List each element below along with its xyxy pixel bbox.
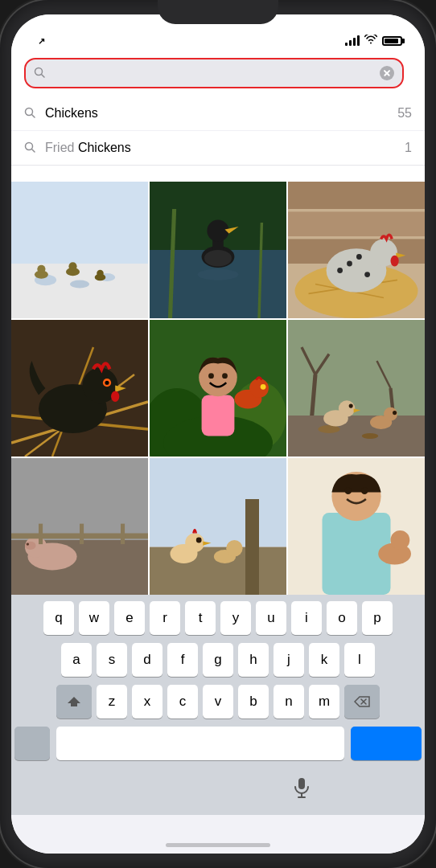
svg-point-94 [226, 540, 242, 556]
svg-rect-89 [245, 499, 259, 595]
key-h[interactable]: h [238, 643, 269, 677]
photo-cell-4[interactable] [11, 320, 148, 457]
bottom-bar [11, 772, 425, 815]
svg-rect-27 [288, 182, 425, 209]
key-q[interactable]: q [43, 601, 74, 635]
clear-search-button[interactable] [380, 66, 394, 80]
home-indicator [166, 843, 270, 847]
svg-point-36 [356, 254, 362, 260]
svg-point-81 [27, 542, 29, 545]
key-v[interactable]: v [203, 685, 233, 719]
keyboard: q w e r t y u i o p a s d f g [11, 595, 425, 772]
suggestion-item-1[interactable]: Chickens 55 [11, 96, 425, 131]
suggestion-count-2: 1 [405, 141, 412, 155]
key-r[interactable]: r [150, 601, 180, 635]
svg-point-48 [105, 381, 109, 385]
phone-screen: ↗ [11, 14, 425, 854]
key-a[interactable]: a [61, 643, 92, 677]
photo-cell-9[interactable] [288, 458, 425, 595]
key-s[interactable]: s [97, 643, 127, 677]
svg-point-38 [364, 272, 370, 277]
svg-point-37 [337, 268, 343, 273]
location-arrow-icon: ↗ [38, 36, 45, 47]
key-f[interactable]: f [167, 643, 198, 677]
key-c[interactable]: c [167, 685, 198, 719]
photo-cell-5[interactable] [150, 320, 286, 457]
search-bar[interactable] [24, 58, 404, 88]
key-w[interactable]: w [79, 601, 109, 635]
suggestion-item-2[interactable]: Fried Chickens 1 [11, 131, 425, 165]
search-bar-container [11, 50, 425, 96]
key-u[interactable]: u [256, 601, 286, 635]
status-icons [345, 35, 402, 47]
photo-cell-2[interactable] [150, 182, 286, 318]
svg-point-60 [261, 384, 266, 390]
svg-point-49 [111, 391, 119, 402]
key-x[interactable]: x [132, 685, 162, 719]
svg-point-24 [204, 250, 232, 266]
key-t[interactable]: t [185, 601, 216, 635]
svg-point-14 [68, 262, 76, 270]
search-icon [34, 67, 45, 80]
svg-point-12 [37, 265, 45, 273]
shift-key[interactable] [56, 685, 92, 719]
space-key[interactable] [56, 727, 344, 760]
photo-cell-6[interactable] [288, 320, 425, 457]
status-time: ↗ [34, 36, 45, 47]
mic-icon[interactable] [294, 777, 310, 803]
keyboard-row-3: z x c v b n m [14, 685, 422, 719]
key-j[interactable]: j [274, 643, 304, 677]
svg-point-80 [25, 542, 36, 550]
key-y[interactable]: y [220, 601, 251, 635]
key-l[interactable]: l [344, 643, 375, 677]
svg-rect-83 [39, 524, 43, 545]
suggestion-text-1: Chickens [45, 106, 388, 121]
svg-point-35 [347, 261, 352, 267]
svg-point-56 [208, 373, 214, 379]
svg-point-101 [391, 530, 410, 550]
svg-rect-88 [150, 458, 286, 547]
delete-key[interactable] [344, 685, 380, 719]
svg-point-71 [339, 400, 355, 416]
suggestion-search-icon-2 [24, 141, 35, 155]
svg-point-16 [97, 270, 104, 277]
keyboard-row-1: q w e r t y u i o p [14, 601, 422, 635]
photo-cell-8[interactable] [150, 458, 286, 595]
key-k[interactable]: k [309, 643, 339, 677]
content-area: Chickens 55 Fried Chickens 1 [11, 50, 425, 854]
key-m[interactable]: m [309, 685, 339, 719]
photo-grid [11, 182, 425, 595]
key-g[interactable]: g [203, 643, 233, 677]
key-p[interactable]: p [362, 601, 393, 635]
keyboard-row-2: a s d f g h j k l [14, 643, 422, 677]
photo-cell-7[interactable] [11, 458, 148, 595]
photo-cell-1[interactable] [11, 182, 148, 318]
notch [158, 0, 278, 24]
numbers-key[interactable] [14, 727, 50, 760]
svg-point-57 [222, 373, 228, 379]
svg-point-72 [349, 404, 353, 408]
svg-point-39 [391, 256, 399, 267]
svg-line-5 [32, 149, 35, 152]
key-e[interactable]: e [114, 601, 145, 635]
key-n[interactable]: n [274, 685, 304, 719]
suggestion-text-2: Fried Chickens [45, 141, 395, 155]
key-z[interactable]: z [97, 685, 127, 719]
key-b[interactable]: b [238, 685, 269, 719]
key-o[interactable]: o [327, 601, 357, 635]
svg-rect-84 [80, 524, 84, 545]
key-d[interactable]: d [132, 643, 162, 677]
svg-point-91 [185, 534, 204, 553]
svg-line-3 [32, 114, 35, 117]
keyboard-row-4 [14, 727, 422, 760]
photo-cell-3[interactable] [288, 182, 425, 318]
svg-point-69 [362, 433, 378, 439]
svg-point-9 [70, 280, 89, 288]
svg-point-99 [361, 488, 368, 495]
key-i[interactable]: i [291, 601, 322, 635]
svg-point-75 [393, 411, 397, 415]
search-key[interactable] [351, 727, 422, 760]
photos-header [11, 166, 425, 182]
wifi-icon [364, 35, 377, 47]
photos-section [11, 166, 425, 595]
